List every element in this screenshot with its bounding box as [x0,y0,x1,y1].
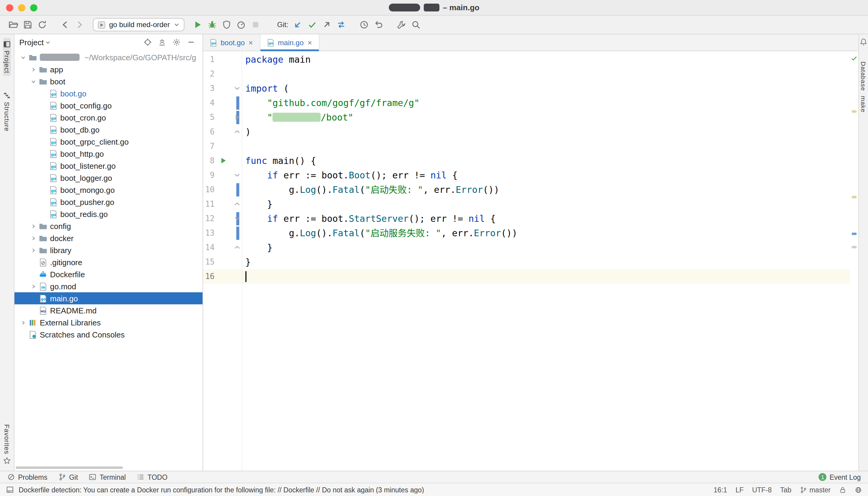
region-marker-icon[interactable] [233,113,241,121]
tree-item-dockerfile[interactable]: Dockerfile [14,268,203,280]
line-number[interactable]: 14 [205,241,215,255]
code-line-7[interactable] [242,139,850,154]
chevron-collapsed-icon[interactable] [18,317,28,327]
indent-widget[interactable]: Tab [780,486,791,493]
fullscreen-window-button[interactable] [30,4,37,11]
tree-item-boot-config.go[interactable]: goboot_config.go [14,99,203,111]
coverage-icon[interactable] [219,18,234,31]
minimize-window-button[interactable] [18,4,25,11]
history-icon[interactable] [357,18,372,31]
toolwindow-button-git[interactable]: Git [58,473,78,481]
close-tab-icon[interactable] [307,40,313,46]
chevron-expanded-icon[interactable] [18,52,28,62]
chevron-collapsed-icon[interactable] [28,281,38,291]
line-number[interactable]: 15 [205,255,215,269]
code-line-6[interactable]: ) [242,125,850,139]
code-line-3[interactable]: import ( [242,81,850,96]
line-number[interactable]: 13 [205,226,215,241]
search-icon[interactable] [409,18,423,31]
toolwindow-button-todo[interactable]: TODO [137,473,168,481]
chevron-collapsed-icon[interactable] [28,64,38,74]
fold-down-icon[interactable] [233,215,241,222]
back-icon[interactable] [58,18,72,31]
editor-tab-boot.go[interactable]: goboot.go [203,34,260,51]
tree-item-main.go[interactable]: gomain.go [14,292,203,304]
statusbar-message[interactable]: Dockerfile detection: You can create a D… [19,486,424,493]
line-number[interactable]: 11 [205,197,215,212]
tree-item-config[interactable]: config [14,220,203,232]
toolwindow-button-problems[interactable]: Problems [7,473,47,481]
code-line-10[interactable]: g.Log().Fatal("启动失败: ", err.Error()) [242,183,850,197]
run-icon[interactable] [190,18,205,31]
forward-icon[interactable] [72,18,87,31]
tool-strip-make[interactable]: make [860,93,867,115]
wrench-icon[interactable] [394,18,409,31]
line-number[interactable]: 10 [205,183,215,197]
line-number[interactable]: 2 [210,67,215,81]
fold-up-icon[interactable] [233,128,241,136]
line-number[interactable]: 7 [210,139,215,154]
code-line-12[interactable]: if err := boot.StartServer(); err != nil… [242,212,850,226]
bell-icon[interactable] [859,38,867,46]
inspections-ok-icon[interactable] [851,55,858,62]
tree-item-boot-listener.go[interactable]: goboot_listener.go [14,160,203,172]
globe-icon[interactable] [855,486,862,493]
line-number[interactable]: 8 [210,154,215,168]
hide-icon[interactable] [186,37,197,48]
chevron-expanded-icon[interactable] [28,77,38,86]
caret-position-widget[interactable]: 16:1 [714,486,727,493]
tree-item-boot-redis.go[interactable]: goboot_redis.go [14,208,203,220]
save-icon[interactable] [20,18,35,31]
code-line-5[interactable]: "/boot" [242,110,850,125]
tree-item-boot-cron.go[interactable]: goboot_cron.go [14,111,203,124]
locate-icon[interactable] [142,37,153,48]
tool-strip-structure[interactable]: Structure [3,89,11,134]
vcs-change-marker[interactable] [236,96,239,110]
chevron-collapsed-icon[interactable] [28,221,38,231]
line-number[interactable]: 6 [210,125,215,139]
tree-item-boot-pusher.go[interactable]: goboot_pusher.go [14,196,203,208]
code-line-15[interactable]: } [242,255,850,269]
collapse-all-icon[interactable] [157,37,168,48]
editor-tab-main.go[interactable]: gomain.go [260,34,319,51]
tree-item-boot-logger.go[interactable]: goboot_logger.go [14,172,203,184]
vcs-change-marker[interactable] [236,227,239,240]
tree-item-boot-db.go[interactable]: goboot_db.go [14,124,203,136]
tree-item-external-libraries[interactable]: External Libraries [14,316,203,328]
close-window-button[interactable] [6,4,13,11]
line-number[interactable]: 12 [205,212,215,226]
tree-item-go.mod[interactable]: mgo.mod [14,280,203,292]
run-configuration-select[interactable]: go build med-order [93,18,184,31]
tree-item-library[interactable]: library [14,244,203,256]
fold-down-icon[interactable] [233,171,241,179]
stripe-mark[interactable] [852,196,856,198]
code-line-13[interactable]: g.Log().Fatal("启动服务失败: ", err.Error()) [242,226,850,241]
chevron-down-icon[interactable] [45,39,51,46]
fold-down-icon[interactable] [233,84,241,92]
tree-item-readme.md[interactable]: MDREADME.md [14,304,203,316]
gear-icon[interactable] [171,37,182,48]
stripe-mark[interactable] [852,246,856,248]
debug-icon[interactable] [205,18,219,31]
tree-item-boot[interactable]: boot [14,75,203,88]
line-number[interactable]: 9 [210,168,215,183]
line-number[interactable]: 5 [210,110,215,125]
close-tab-icon[interactable] [248,40,254,46]
editor[interactable]: 12345678910111213141516 package mainimpo… [203,51,858,471]
tree-item-boot-http.go[interactable]: goboot_http.go [14,148,203,160]
code-line-9[interactable]: if err := boot.Boot(); err != nil { [242,168,850,183]
code-line-16[interactable] [242,269,850,284]
code-line-2[interactable] [242,67,850,81]
editor-code-area[interactable]: package mainimport ( "github.com/gogf/gf… [242,51,850,471]
event-log-button[interactable]: 1 Event Log [819,473,861,481]
git-commit-icon[interactable] [305,18,320,31]
line-separator-widget[interactable]: LF [736,486,744,493]
code-line-11[interactable]: } [242,197,850,212]
stripe-mark[interactable] [852,110,856,113]
code-line-4[interactable]: "github.com/gogf/gf/frame/g" [242,96,850,110]
chevron-collapsed-icon[interactable] [28,233,38,243]
undo-icon[interactable] [372,18,386,31]
tree-item-boot-mongo.go[interactable]: goboot_mongo.go [14,184,203,196]
layout-grid-icon[interactable] [6,486,14,494]
lock-icon[interactable] [839,486,846,493]
